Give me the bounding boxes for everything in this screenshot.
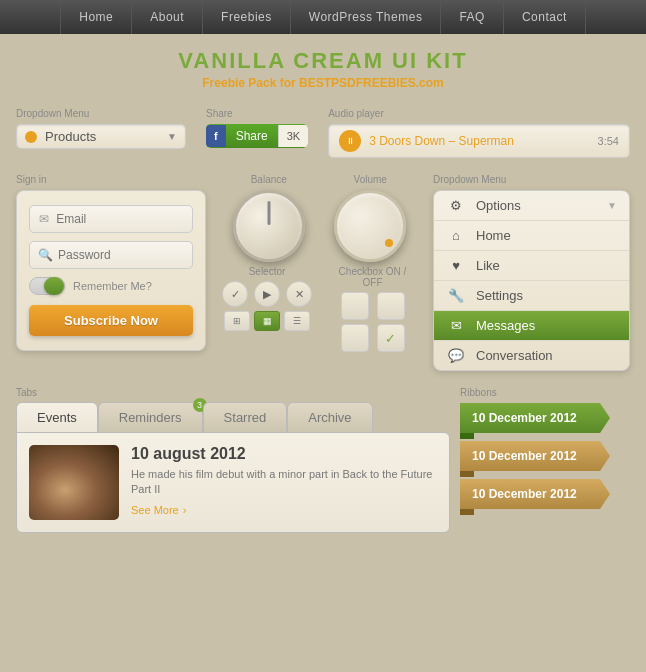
tab-image-inner xyxy=(29,445,119,520)
tab-events[interactable]: Events xyxy=(16,402,98,432)
separator: – xyxy=(449,134,459,148)
ribbon-green-1: 10 December 2012 xyxy=(460,403,610,433)
tabs-label: Tabs xyxy=(16,387,450,398)
tile-view-btn[interactable]: ▦ xyxy=(254,311,280,331)
menu-options-label: Options xyxy=(476,198,521,213)
tabs-header: Events Reminders 3 Starred Archive xyxy=(16,402,450,432)
nav-contact[interactable]: Contact xyxy=(504,0,586,34)
tabs-container: Tabs Events Reminders 3 Starred Archive … xyxy=(16,387,450,533)
signin-section: Sign in ✉ 🔍 Remember Me? Subscribe Now xyxy=(16,174,206,351)
menu-settings-label: Settings xyxy=(476,288,523,303)
dropdown-menu-list: ⚙ Options ▼ ⌂ Home ♥ Like 🔧 Settings xyxy=(433,190,630,371)
song-name: Superman xyxy=(459,134,514,148)
ribbon-fold-2 xyxy=(460,471,474,477)
subscribe-button[interactable]: Subscribe Now xyxy=(29,305,193,336)
volume-group: Volume xyxy=(324,174,418,262)
toggle-knob xyxy=(44,277,64,295)
email-field[interactable] xyxy=(56,212,184,226)
home-icon: ⌂ xyxy=(446,228,466,243)
chevron-down-icon: ▼ xyxy=(167,131,177,142)
tab-text: 10 august 2012 He made his film debut wi… xyxy=(131,445,437,520)
header: VANILLA CREAM UI KIT Freebie Pack for BE… xyxy=(0,34,646,98)
email-row: ✉ xyxy=(29,205,193,233)
menu-messages-label: Messages xyxy=(476,318,535,333)
message-icon: ✉ xyxy=(446,318,466,333)
password-field[interactable] xyxy=(58,248,184,262)
navigation: Home About Freebies WordPress Themes FAQ… xyxy=(0,0,646,34)
artist-name: 3 Doors Down xyxy=(369,134,445,148)
play-selector[interactable]: ▶ xyxy=(254,281,280,307)
ribbons-container: Ribbons 10 December 2012 10 December 201… xyxy=(460,387,630,517)
password-row: 🔍 xyxy=(29,241,193,269)
volume-knob[interactable] xyxy=(334,190,406,262)
dropdown-products[interactable]: Products ▼ xyxy=(16,124,186,149)
remember-label: Remember Me? xyxy=(73,280,152,292)
volume-dot xyxy=(385,239,393,247)
tab-image xyxy=(29,445,119,520)
checkbox-off-3[interactable] xyxy=(341,324,369,352)
balance-label: Balance xyxy=(222,174,316,185)
menu-item-like[interactable]: ♥ Like xyxy=(434,251,629,281)
ribbon-gold-1: 10 December 2012 xyxy=(460,441,610,471)
remember-row: Remember Me? xyxy=(29,277,193,295)
event-description: He made his film debut with a minor part… xyxy=(131,467,437,498)
email-icon: ✉ xyxy=(38,212,50,226)
tab-starred[interactable]: Starred xyxy=(203,402,288,432)
checkbox-on[interactable]: ✓ xyxy=(377,324,405,352)
nav-faq[interactable]: FAQ xyxy=(441,0,504,34)
balance-knob[interactable] xyxy=(233,190,305,262)
ribbon-gold-2: 10 December 2012 xyxy=(460,479,610,509)
ribbon-3-wrap: 10 December 2012 xyxy=(460,479,630,509)
check-selector[interactable]: ✓ xyxy=(222,281,248,307)
share-section: Share f Share 3K xyxy=(206,108,308,148)
dropdown-value: Products xyxy=(45,129,167,144)
nav-about[interactable]: About xyxy=(132,0,203,34)
menu-item-options[interactable]: ⚙ Options ▼ xyxy=(434,191,629,221)
see-more-link[interactable]: See More › xyxy=(131,504,437,516)
menu-item-messages[interactable]: ✉ Messages xyxy=(434,311,629,341)
grid-view-btn[interactable]: ⊞ xyxy=(224,311,250,331)
nav-freebies[interactable]: Freebies xyxy=(203,0,291,34)
audio-time: 3:54 xyxy=(598,135,619,147)
share-label: Share xyxy=(206,108,308,119)
audio-player: 3 Doors Down – Superman 3:54 xyxy=(328,124,630,158)
facebook-icon: f xyxy=(206,125,226,147)
menu-item-settings[interactable]: 🔧 Settings xyxy=(434,281,629,311)
tab-archive[interactable]: Archive xyxy=(287,402,372,432)
close-selector[interactable]: ✕ xyxy=(286,281,312,307)
ribbon-fold-1 xyxy=(460,433,474,439)
ribbon-fold-3 xyxy=(460,509,474,515)
nav-home[interactable]: Home xyxy=(60,0,132,34)
search-icon: 🔍 xyxy=(38,248,52,262)
menu-item-home[interactable]: ⌂ Home xyxy=(434,221,629,251)
chat-icon: 💬 xyxy=(446,348,466,363)
subtitle: Freebie Pack for BESTPSDFREEBIES.com xyxy=(0,76,646,90)
signin-label: Sign in xyxy=(16,174,206,185)
main-dropdown-menu: Dropdown Menu ⚙ Options ▼ ⌂ Home ♥ Like … xyxy=(433,174,630,371)
balance-group: Balance xyxy=(222,174,316,262)
page-title: VANILLA CREAM UI KIT xyxy=(0,48,646,74)
checkbox-off-1[interactable] xyxy=(341,292,369,320)
nav-wordpress[interactable]: WordPress Themes xyxy=(291,0,442,34)
checkbox-off-2[interactable] xyxy=(377,292,405,320)
menu-item-conversation[interactable]: 💬 Conversation xyxy=(434,341,629,370)
tab-reminders[interactable]: Reminders 3 xyxy=(98,402,203,432)
dropdown-arrow-icon: ▼ xyxy=(607,200,617,211)
event-date: 10 august 2012 xyxy=(131,445,437,463)
bottom-row: Tabs Events Reminders 3 Starred Archive … xyxy=(16,387,630,533)
arrow-right-icon: › xyxy=(183,504,187,516)
dropdown-menu-label: Dropdown Menu xyxy=(433,174,630,185)
share-text: Share xyxy=(226,124,278,148)
list-view-btn[interactable]: ☰ xyxy=(284,311,310,331)
remember-toggle[interactable] xyxy=(29,277,65,295)
selector-controls: Selector ✓ ▶ ✕ ⊞ ▦ ☰ xyxy=(222,266,312,356)
checkbox-controls: Checkbox ON / OFF ✓ xyxy=(328,266,417,356)
share-count: 3K xyxy=(278,125,308,147)
share-button[interactable]: f Share 3K xyxy=(206,124,308,148)
menu-conversation-label: Conversation xyxy=(476,348,553,363)
dropdown-menu-section: Dropdown Menu Products ▼ xyxy=(16,108,186,149)
checkbox-label: Checkbox ON / OFF xyxy=(328,266,417,288)
ribbons-label: Ribbons xyxy=(460,387,630,398)
dropdown-indicator xyxy=(25,131,37,143)
pause-button[interactable] xyxy=(339,130,361,152)
